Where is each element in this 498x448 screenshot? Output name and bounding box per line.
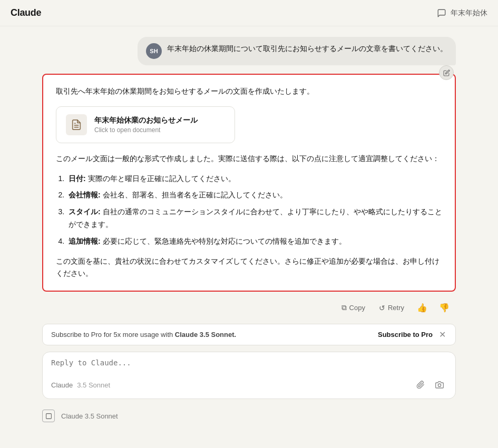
- list-item: 追加情報: 必要に応じて、緊急連絡先や特別な対応についての情報を追加できます。: [66, 235, 442, 248]
- bottom-model-label: Claude 3.5 Sonnet: [61, 412, 118, 420]
- subscribe-highlight: Claude 3.5 Sonnet.: [175, 331, 236, 339]
- attach-button[interactable]: [413, 377, 428, 392]
- retry-icon: ↺: [379, 304, 385, 312]
- user-message-bubble: SH 年末年始の休業期間について取引先にお知らせするメールの文章を書いてください…: [138, 37, 456, 65]
- chat-icon: [437, 8, 446, 18]
- assistant-body-text: このメール文面は一般的な形式で作成しました。実際に送信する際は、以下の点に注意し…: [56, 153, 442, 165]
- list-item: 日付: 実際の年と曜日を正確に記入してください。: [66, 173, 442, 185]
- avatar: SH: [146, 43, 162, 59]
- copy-button[interactable]: ⧉ Copy: [336, 301, 370, 315]
- document-card[interactable]: 年末年始休業のお知らせメール Click to open document: [56, 106, 235, 143]
- svg-point-2: [438, 384, 441, 386]
- user-message-container: SH 年末年始の休業期間について取引先にお知らせするメールの文章を書いてください…: [42, 37, 456, 65]
- assistant-list: 日付: 実際の年と曜日を正確に記入してください。 会社情報: 会社名、部署名、担…: [56, 173, 442, 248]
- thumbs-up-button[interactable]: 👍: [413, 300, 432, 315]
- action-bar: ⧉ Copy ↺ Retry 👍 👎: [42, 296, 456, 320]
- bottom-bar: Claude 3.5 Sonnet: [0, 405, 498, 426]
- app-logo: Claude: [11, 7, 41, 18]
- chat-area: SH 年末年始の休業期間について取引先にお知らせするメールの文章を書いてください…: [0, 26, 498, 324]
- input-bottom: Claude 3.5 Sonnet: [51, 377, 447, 392]
- model-version: 3.5 Sonnet: [77, 381, 110, 389]
- document-icon: [66, 114, 87, 135]
- assistant-closing-text: この文面を基に、貴社の状況に合わせてカスタマイズしてください。さらに修正や追加が…: [56, 255, 442, 281]
- input-bottom-right: [413, 377, 447, 392]
- copy-label: Copy: [349, 304, 365, 312]
- subscribe-banner: Subscribe to Pro for 5x more usage with …: [42, 324, 456, 345]
- svg-rect-3: [46, 413, 51, 419]
- thumbs-down-button[interactable]: 👎: [435, 300, 454, 315]
- assistant-intro: 取引先へ年末年始の休業期間をお知らせするメールの文面を作成いたします。: [56, 85, 442, 98]
- reply-input[interactable]: [51, 359, 447, 371]
- edit-message-button[interactable]: [439, 65, 454, 80]
- document-title: 年末年始休業のお知らせメール: [94, 116, 225, 125]
- conversation-title: 年末年始休: [451, 8, 487, 18]
- user-message-text: 年末年始の休業期間について取引先にお知らせするメールの文章を書いてください。: [167, 43, 447, 54]
- copy-icon: ⧉: [341, 303, 347, 312]
- close-banner-button[interactable]: ✕: [438, 330, 447, 340]
- camera-button[interactable]: [432, 377, 447, 392]
- input-bottom-left: Claude 3.5 Sonnet: [51, 381, 110, 389]
- retry-label: Retry: [388, 304, 404, 312]
- document-subtitle: Click to open document: [94, 126, 225, 134]
- list-item: 会社情報: 会社名、部署名、担当者名を正確に記入してください。: [66, 189, 442, 202]
- assistant-message: 取引先へ年末年始の休業期間をお知らせするメールの文面を作成いたします。 年末年始…: [42, 74, 456, 292]
- header-right: 年末年始休: [437, 8, 487, 18]
- header: Claude 年末年始休: [0, 0, 498, 26]
- model-label: Claude: [51, 381, 73, 389]
- input-area: Claude 3.5 Sonnet: [42, 352, 456, 399]
- retry-button[interactable]: ↺ Retry: [374, 301, 409, 315]
- subscribe-text: Subscribe to Pro for 5x more usage with …: [51, 331, 236, 339]
- document-info: 年末年始休業のお知らせメール Click to open document: [94, 116, 225, 134]
- subscribe-right: Subscribe to Pro ✕: [378, 330, 447, 340]
- list-item: スタイル: 自社の通常のコミュニケーションスタイルに合わせて、より丁寧にしたり、…: [66, 206, 442, 231]
- new-chat-icon[interactable]: [42, 410, 55, 422]
- subscribe-cta[interactable]: Subscribe to Pro: [378, 331, 433, 339]
